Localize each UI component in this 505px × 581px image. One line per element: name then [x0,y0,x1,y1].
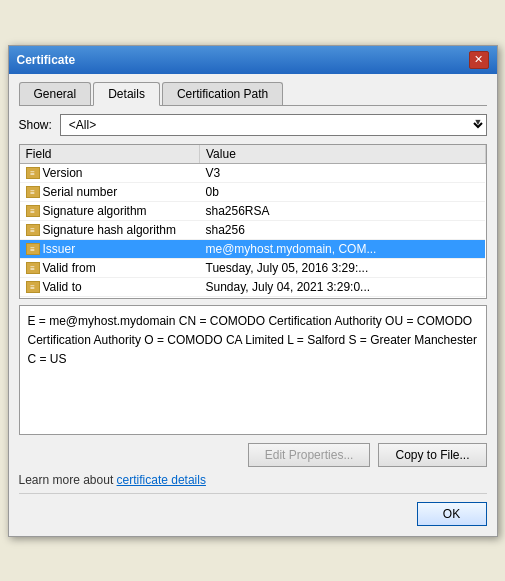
table-cell-value: 0b [200,182,486,201]
tab-bar: General Details Certification Path [19,82,487,106]
field-icon: ≡ [26,262,40,274]
button-row: Edit Properties... Copy to File... [19,443,487,467]
field-table-container[interactable]: Field Value ≡VersionV3≡Serial number0b≡S… [19,144,487,299]
field-icon: ≡ [26,186,40,198]
tab-details[interactable]: Details [93,82,160,106]
title-bar: Certificate ✕ [9,46,497,74]
field-icon: ≡ [26,224,40,236]
table-row[interactable]: ≡Valid toSunday, July 04, 2021 3:29:0... [20,277,486,296]
tab-certpath[interactable]: Certification Path [162,82,283,105]
col-header-field: Field [20,145,200,164]
field-icon: ≡ [26,243,40,255]
show-select[interactable]: <All> [60,114,487,136]
field-icon: ≡ [26,167,40,179]
certificate-details-link[interactable]: certificate details [117,473,206,487]
show-select-wrapper[interactable]: <All> [60,114,487,136]
certificate-dialog: Certificate ✕ General Details Certificat… [8,45,498,537]
tab-general[interactable]: General [19,82,92,105]
table-cell-field: ≡Issuer [20,239,200,258]
table-row[interactable]: ≡Subjectsupport@smile.co.uk, banking... [20,296,486,299]
table-cell-value: me@myhost.mydomain, COM... [200,239,486,258]
table-cell-field: ≡Version [20,163,200,182]
close-button[interactable]: ✕ [469,51,489,69]
ok-button[interactable]: OK [417,502,487,526]
dialog-title: Certificate [17,53,76,67]
table-row[interactable]: ≡Serial number0b [20,182,486,201]
learn-more-prefix: Learn more about [19,473,117,487]
field-icon: ≡ [26,281,40,293]
table-cell-field: ≡Signature hash algorithm [20,220,200,239]
show-label: Show: [19,118,52,132]
field-table: Field Value ≡VersionV3≡Serial number0b≡S… [20,145,486,299]
table-cell-value: sha256RSA [200,201,486,220]
table-cell-value: support@smile.co.uk, banking... [200,296,486,299]
dialog-body: General Details Certification Path Show:… [9,74,497,536]
table-cell-value: Sunday, July 04, 2021 3:29:0... [200,277,486,296]
copy-to-file-button[interactable]: Copy to File... [378,443,486,467]
table-row[interactable]: ≡Issuerme@myhost.mydomain, COM... [20,239,486,258]
table-cell-field: ≡Subject [20,296,200,299]
learn-more-row: Learn more about certificate details [19,473,487,487]
table-cell-field: ≡Valid to [20,277,200,296]
ok-row: OK [19,493,487,526]
table-row[interactable]: ≡Signature algorithmsha256RSA [20,201,486,220]
table-cell-field: ≡Signature algorithm [20,201,200,220]
field-icon: ≡ [26,205,40,217]
col-header-value: Value [200,145,486,164]
table-row[interactable]: ≡Valid fromTuesday, July 05, 2016 3:29:.… [20,258,486,277]
table-cell-value: Tuesday, July 05, 2016 3:29:... [200,258,486,277]
edit-properties-button[interactable]: Edit Properties... [248,443,371,467]
table-cell-field: ≡Valid from [20,258,200,277]
table-row[interactable]: ≡Signature hash algorithmsha256 [20,220,486,239]
table-cell-value: sha256 [200,220,486,239]
table-cell-field: ≡Serial number [20,182,200,201]
table-row[interactable]: ≡VersionV3 [20,163,486,182]
table-cell-value: V3 [200,163,486,182]
detail-text-box: E = me@myhost.mydomain CN = COMODO Certi… [19,305,487,435]
show-row: Show: <All> [19,114,487,136]
